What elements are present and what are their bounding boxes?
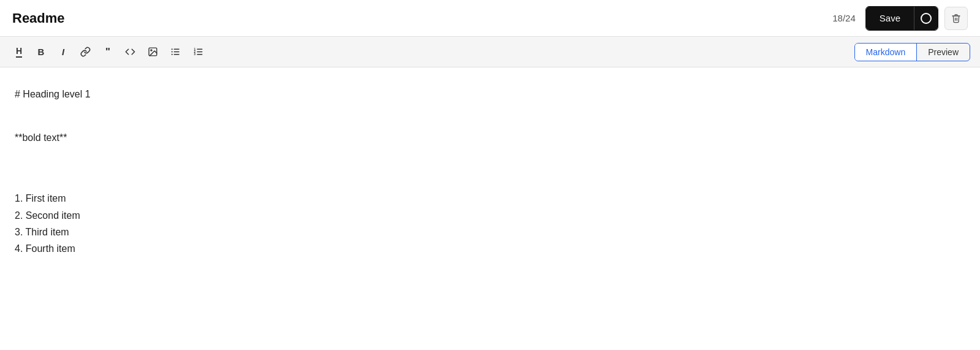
svg-point-5 (172, 48, 173, 50)
editor-blank-1 (15, 112, 965, 129)
code-icon (125, 47, 135, 57)
line-text-2: **bold text** (15, 132, 67, 143)
preview-view-btn[interactable]: Preview (917, 44, 970, 61)
editor-blank-3 (15, 173, 965, 190)
editor-line-3: 1. First item (15, 190, 965, 207)
editor-toolbar: H B I " (0, 37, 980, 67)
page-title: Readme (12, 10, 65, 26)
header-actions: 18/24 Save (832, 6, 968, 31)
editor-line-4: 2. Second item (15, 207, 965, 224)
italic-btn[interactable]: I (54, 43, 72, 61)
svg-point-6 (172, 51, 173, 52)
header: Readme 18/24 Save (0, 0, 980, 37)
heading-btn[interactable]: H (10, 43, 28, 61)
svg-text:3: 3 (194, 53, 195, 56)
link-btn[interactable] (76, 43, 95, 61)
save-button-group: Save (865, 6, 938, 31)
counter-label: 18/24 (832, 13, 856, 23)
quote-icon: " (105, 47, 110, 57)
heading-icon: H (16, 46, 22, 58)
editor-line-5: 3. Third item (15, 224, 965, 240)
view-toggle: Markdown Preview (854, 43, 970, 61)
svg-point-1 (151, 50, 152, 51)
image-btn[interactable] (143, 43, 162, 61)
trash-icon (951, 13, 961, 23)
editor-line-2: **bold text** (15, 129, 965, 146)
save-button[interactable]: Save (866, 7, 914, 30)
editor-blank-2 (15, 156, 965, 173)
bullet-list-icon (170, 47, 181, 57)
bullet-list-btn[interactable] (166, 43, 185, 61)
circle-icon (921, 13, 932, 24)
line-text-5: 3. Third item (15, 227, 69, 237)
editor-line-1: # Heading level 1 (15, 86, 965, 102)
markdown-view-btn[interactable]: Markdown (855, 44, 918, 61)
link-icon (80, 47, 91, 57)
quote-btn[interactable]: " (99, 43, 117, 61)
editor-line-6: 4. Fourth item (15, 240, 965, 257)
numbered-list-icon: 1 2 3 (193, 47, 203, 57)
save-options-button[interactable] (914, 7, 938, 30)
delete-button[interactable] (944, 7, 968, 30)
line-text-6: 4. Fourth item (15, 243, 75, 254)
numbered-list-btn[interactable]: 1 2 3 (189, 43, 208, 61)
italic-icon: I (62, 47, 64, 57)
toolbar-left: H B I " (10, 43, 208, 61)
bold-icon: B (38, 47, 45, 57)
image-icon (148, 47, 158, 57)
line-text-1: # Heading level 1 (15, 89, 91, 99)
line-text-4: 2. Second item (15, 210, 80, 221)
svg-point-7 (172, 54, 173, 55)
bold-btn[interactable]: B (32, 43, 50, 61)
editor-content[interactable]: # Heading level 1 **bold text** 1. First… (0, 67, 980, 275)
line-text-3: 1. First item (15, 193, 66, 204)
code-btn[interactable] (121, 43, 140, 61)
